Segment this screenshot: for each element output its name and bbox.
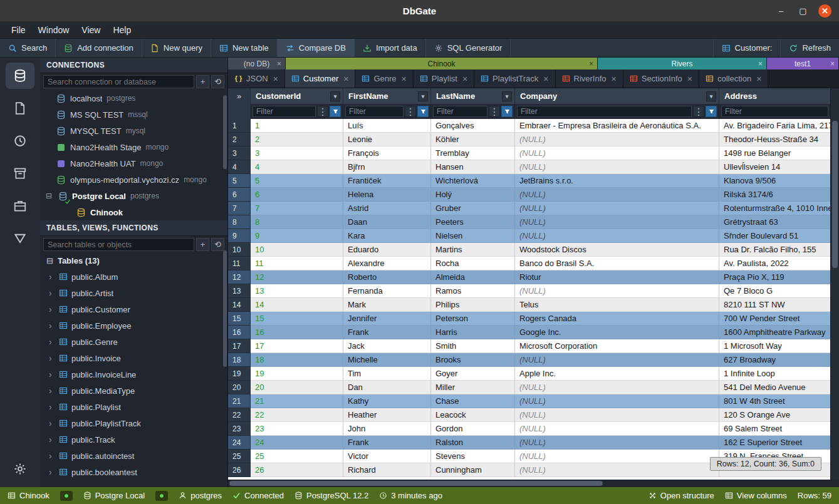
connection-item-ms-sql-test[interactable]: MS SQL TESTmssql: [40, 106, 227, 123]
chevron-right-icon[interactable]: ›: [49, 369, 55, 379]
cell-company[interactable]: Apple Inc.: [515, 367, 719, 381]
grid-row[interactable]: 1313FernandaRamos(NULL)Qe 7 Bloco G: [228, 284, 830, 298]
cell-firstname[interactable]: Frantiček: [343, 174, 431, 188]
connections-search-input[interactable]: [43, 75, 194, 88]
cell-firstname[interactable]: Luís: [343, 119, 431, 133]
cell-firstname[interactable]: Bjřrn: [343, 160, 431, 174]
table-item-public-playlisttrack[interactable]: ›public.PlaylistTrack: [40, 415, 227, 431]
column-header-lastname[interactable]: LastName▾: [431, 88, 515, 104]
cell-firstname[interactable]: Tim: [343, 367, 431, 381]
row-number[interactable]: 19: [228, 367, 251, 381]
cell-company[interactable]: (NULL): [515, 450, 719, 463]
cell-customerid[interactable]: 2: [251, 133, 343, 147]
grid-row[interactable]: 2222HeatherLeacock(NULL)120 S Orange Ave: [228, 408, 830, 422]
cell-customerid[interactable]: 11: [251, 257, 343, 270]
cell-customerid[interactable]: 18: [251, 353, 343, 367]
cell-lastname[interactable]: Leacock: [431, 408, 515, 422]
cell-address[interactable]: 1 Microsoft Way: [719, 339, 830, 353]
cell-firstname[interactable]: Victor: [343, 450, 431, 463]
cell-customerid[interactable]: 21: [251, 394, 343, 408]
cell-firstname[interactable]: Kathy: [343, 394, 431, 408]
tab-sectioninfo[interactable]: SectionInfo×: [623, 69, 699, 88]
row-number[interactable]: 10: [228, 243, 251, 257]
funnel-icon[interactable]: [330, 106, 341, 117]
row-number[interactable]: 23: [228, 422, 251, 436]
cell-firstname[interactable]: Roberto: [343, 270, 431, 284]
objects-search-input[interactable]: [43, 238, 194, 251]
cell-address[interactable]: Praça Pio X, 119: [719, 270, 830, 284]
refresh-connections-button[interactable]: ⟲: [211, 75, 224, 88]
connection-item-nano2health-stage[interactable]: Nano2Health Stagemongo: [40, 139, 227, 155]
cell-customerid[interactable]: 25: [251, 450, 343, 463]
connection-item-nano2health-uat[interactable]: Nano2Health UATmongo: [40, 155, 227, 172]
cell-customerid[interactable]: 7: [251, 202, 343, 215]
filter-input-firstname[interactable]: [345, 106, 404, 117]
cell-customerid[interactable]: 9: [251, 229, 343, 243]
tables-group-row[interactable]: ⊟ Tables (13): [40, 253, 227, 269]
cell-firstname[interactable]: Alexandre: [343, 257, 431, 270]
grid-row[interactable]: 44BjřrnHansen(NULL)Ullevĺlsveien 14: [228, 160, 830, 174]
cell-address[interactable]: 69 Salem Street: [719, 422, 830, 436]
cell-lastname[interactable]: Harris: [431, 326, 515, 339]
add-connection-mini-button[interactable]: +: [196, 75, 209, 88]
cell-lastname[interactable]: Tremblay: [431, 147, 515, 160]
cell-company[interactable]: (NULL): [515, 436, 719, 450]
collapse-icon[interactable]: ⊟: [46, 192, 54, 200]
grid-row[interactable]: 66HelenaHolý(NULL)Rilská 3174/6: [228, 188, 830, 202]
expand-all-button[interactable]: »: [228, 88, 251, 104]
cell-company[interactable]: (NULL): [515, 422, 719, 436]
cell-company[interactable]: Google Inc.: [515, 326, 719, 339]
status-item-rows-59[interactable]: Rows: 59: [798, 491, 831, 500]
status-item-chinook[interactable]: Chinook: [8, 491, 50, 501]
cell-company[interactable]: (NULL): [515, 284, 719, 298]
cell-firstname[interactable]: Daan: [343, 215, 431, 229]
grid-row[interactable]: 22LeonieKöhler(NULL)Theodor-Heuss-Straße…: [228, 133, 830, 147]
cell-address[interactable]: 8210 111 ST NW: [719, 298, 830, 312]
filter-menu-button[interactable]: ⋮: [405, 106, 416, 117]
cell-company[interactable]: (NULL): [515, 188, 719, 202]
row-number[interactable]: 26: [228, 463, 251, 477]
cell-lastname[interactable]: Gonçalves: [431, 119, 515, 133]
row-number[interactable]: 16: [228, 326, 251, 339]
cell-address[interactable]: 162 E Superior Street: [719, 436, 830, 450]
cell-lastname[interactable]: Holý: [431, 188, 515, 202]
cell-firstname[interactable]: Dan: [343, 381, 431, 394]
row-number[interactable]: 17: [228, 339, 251, 353]
close-button[interactable]: ✕: [818, 4, 831, 18]
cell-company[interactable]: Telus: [515, 298, 719, 312]
row-number[interactable]: 25: [228, 450, 251, 463]
filter-input-lastname[interactable]: [433, 106, 487, 117]
cell-customerid[interactable]: 24: [251, 436, 343, 450]
toolbar-refresh-button[interactable]: Refresh: [780, 39, 839, 57]
cell-lastname[interactable]: Nielsen: [431, 229, 515, 243]
rail-history-button[interactable]: [6, 128, 34, 154]
cell-customerid[interactable]: 26: [251, 463, 343, 477]
cell-company[interactable]: (NULL): [515, 229, 719, 243]
cell-customerid[interactable]: 10: [251, 243, 343, 257]
close-icon[interactable]: ×: [462, 74, 467, 84]
cell-customerid[interactable]: 19: [251, 367, 343, 381]
cell-lastname[interactable]: Ralston: [431, 436, 515, 450]
cell-lastname[interactable]: Chase: [431, 394, 515, 408]
cell-firstname[interactable]: Richard: [343, 463, 431, 477]
chevron-right-icon[interactable]: ›: [49, 467, 55, 477]
column-header-firstname[interactable]: FirstName▾: [343, 88, 431, 104]
status-item-view-columns[interactable]: View columns: [725, 491, 787, 500]
row-number[interactable]: 1: [228, 119, 251, 133]
grid-row[interactable]: 2020DanMiller(NULL)541 Del Medio Avenue: [228, 381, 830, 394]
cell-lastname[interactable]: Cunningham: [431, 463, 515, 477]
table-item-public-employee[interactable]: ›public.Employee: [40, 317, 227, 334]
tab-group-chinook[interactable]: Chinook×: [286, 58, 598, 69]
funnel-icon[interactable]: [417, 106, 429, 117]
table-item-public-mediatype[interactable]: ›public.MediaType: [40, 383, 227, 399]
cell-company[interactable]: (NULL): [515, 394, 719, 408]
table-item-public-booleantest[interactable]: ›public.booleantest: [40, 464, 227, 480]
cell-lastname[interactable]: Köhler: [431, 133, 515, 147]
status-item-connected[interactable]: Connected: [232, 491, 284, 501]
cell-firstname[interactable]: Eduardo: [343, 243, 431, 257]
cell-customerid[interactable]: 14: [251, 298, 343, 312]
cell-address[interactable]: Klanova 9/506: [719, 174, 830, 188]
status-item-postgresql-12-2[interactable]: PostgreSQL 12.2: [294, 491, 368, 501]
cell-lastname[interactable]: Wichterlová: [431, 174, 515, 188]
cell-company[interactable]: (NULL): [515, 133, 719, 147]
